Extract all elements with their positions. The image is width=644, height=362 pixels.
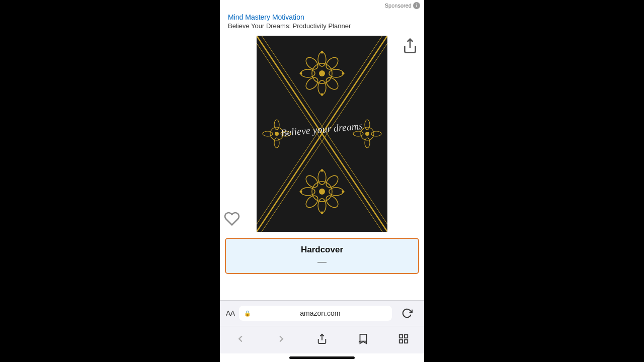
right-black-panel — [424, 0, 644, 362]
browser-bar: AA 🔒 amazon.com — [220, 300, 424, 326]
url-text: amazon.com — [254, 309, 387, 317]
tabs-button[interactable] — [392, 330, 415, 347]
share-nav-button[interactable] — [311, 330, 333, 347]
forward-button[interactable] — [270, 330, 292, 347]
product-header: Mind Mastery Motivation Believe Your Dre… — [220, 11, 424, 33]
brand-name[interactable]: Mind Mastery Motivation — [228, 13, 416, 21]
svg-point-33 — [300, 191, 302, 193]
home-indicator — [220, 353, 424, 362]
svg-point-7 — [319, 70, 325, 76]
product-subtitle: Believe Your Dreams: Productivity Planne… — [228, 22, 416, 30]
hardcover-button[interactable]: Hardcover — — [225, 238, 419, 274]
hardcover-section: Hardcover — — [220, 235, 424, 277]
bottom-nav — [220, 326, 424, 353]
svg-point-34 — [342, 191, 345, 193]
info-icon[interactable]: i — [413, 2, 420, 9]
svg-rect-52 — [405, 340, 408, 343]
svg-rect-50 — [399, 335, 403, 338]
image-container: Believe your dreams — [220, 33, 424, 235]
svg-point-18 — [321, 94, 324, 96]
url-bar[interactable]: 🔒 amazon.com — [239, 306, 392, 321]
home-bar — [289, 356, 355, 359]
lock-icon: 🔒 — [244, 310, 251, 317]
svg-point-19 — [300, 72, 302, 75]
svg-point-31 — [321, 169, 324, 172]
bookmarks-button[interactable] — [352, 330, 374, 347]
share-button[interactable] — [402, 38, 418, 54]
svg-point-21 — [319, 189, 325, 195]
svg-rect-53 — [399, 340, 403, 343]
svg-point-35 — [275, 132, 279, 136]
hardcover-label: Hardcover — [301, 245, 343, 255]
svg-point-17 — [321, 51, 324, 54]
book-cover-image[interactable]: Believe your dreams — [257, 36, 387, 232]
left-black-panel — [0, 0, 220, 362]
heart-wishlist-button[interactable] — [224, 211, 240, 227]
aa-button[interactable]: AA — [226, 309, 235, 317]
sponsored-bar: Sponsored i — [220, 0, 424, 11]
reload-button[interactable] — [396, 305, 418, 322]
svg-rect-51 — [405, 335, 408, 338]
back-button[interactable] — [229, 330, 252, 347]
main-content: Sponsored i Mind Mastery Motivation Beli… — [220, 0, 424, 362]
hardcover-dash: — — [317, 257, 327, 266]
svg-point-32 — [321, 212, 324, 214]
sponsored-label: Sponsored — [385, 3, 412, 9]
svg-point-41 — [365, 132, 369, 136]
svg-point-20 — [342, 72, 345, 75]
